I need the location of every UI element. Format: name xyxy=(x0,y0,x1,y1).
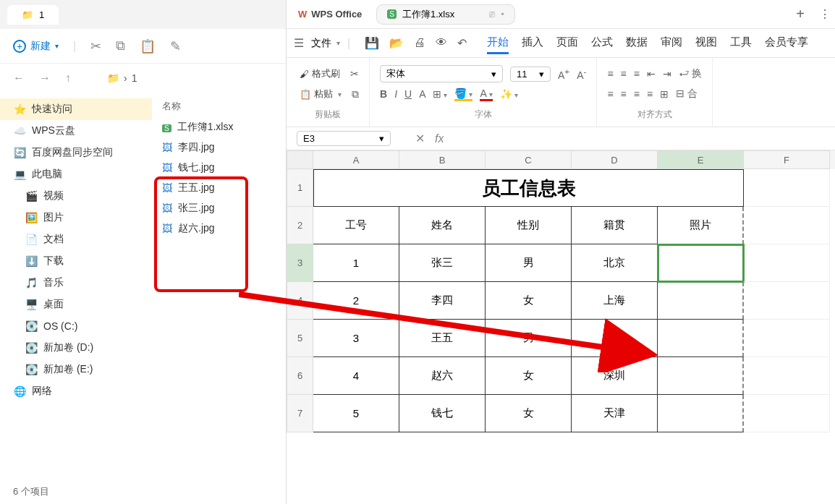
align-bottom-icon[interactable]: ≡ xyxy=(634,68,640,80)
cell[interactable]: 北京 xyxy=(572,244,658,282)
tab-会员专享[interactable]: 会员专享 xyxy=(765,33,808,54)
cancel-icon[interactable]: ✕ xyxy=(415,132,425,145)
fx-icon[interactable]: fx xyxy=(435,132,444,145)
wps-app-tab[interactable]: W WPS Office xyxy=(291,9,369,20)
sidebar-item-desktop[interactable]: 🖥️桌面 xyxy=(0,294,152,315)
row-header[interactable]: 5 xyxy=(287,320,313,357)
spreadsheet[interactable]: ABCDEF 1员工信息表2工号姓名性别籍贯照片31张三男北京42李四女上海53… xyxy=(287,150,835,432)
wrap-text-icon[interactable]: ⮐ 换 xyxy=(679,67,702,80)
tab-开始[interactable]: 开始 xyxy=(487,33,509,54)
sidebar-item-download[interactable]: ⬇️下载 xyxy=(0,250,152,272)
cell[interactable]: 男 xyxy=(486,244,572,282)
cell[interactable]: 工号 xyxy=(313,207,399,244)
sidebar-item-disk[interactable]: 💽新加卷 (D:) xyxy=(0,337,152,359)
cell[interactable] xyxy=(744,320,830,357)
cell[interactable] xyxy=(658,244,744,282)
breadcrumb-item[interactable]: 1 xyxy=(132,72,137,84)
col-header-D[interactable]: D xyxy=(572,150,658,169)
formula-input[interactable] xyxy=(444,133,835,144)
cell[interactable]: 2 xyxy=(313,282,399,320)
align-center-icon[interactable]: ≡ xyxy=(621,88,627,100)
format-painter-button[interactable]: 🖌 格式刷 xyxy=(297,66,343,82)
increase-indent-icon[interactable]: ⇥ xyxy=(663,68,671,80)
sidebar-item-sync[interactable]: 🔄百度网盘同步空间 xyxy=(0,142,152,163)
font-name-select[interactable]: 宋体▾ xyxy=(380,65,503,82)
cell[interactable]: 深圳 xyxy=(572,357,658,395)
cell[interactable]: 5 xyxy=(313,395,399,432)
document-tab[interactable]: S 工作簿1.xlsx ⎚ • xyxy=(376,4,514,25)
cell[interactable]: 籍贯 xyxy=(572,207,658,244)
tab-公式[interactable]: 公式 xyxy=(591,33,613,54)
file-menu[interactable]: 文件 xyxy=(311,37,340,50)
col-header-F[interactable]: F xyxy=(744,150,830,169)
row-header[interactable]: 7 xyxy=(287,395,313,432)
sidebar-item-disk[interactable]: 💽OS (C:) xyxy=(0,315,152,337)
title-cell[interactable]: 员工信息表 xyxy=(313,169,744,207)
sidebar-item-cloud[interactable]: ☁️WPS云盘 xyxy=(0,120,152,142)
font-color-icon[interactable]: A xyxy=(480,87,492,101)
select-all-corner[interactable] xyxy=(287,150,313,169)
row-header[interactable]: 3 xyxy=(287,244,313,282)
cell[interactable]: 1 xyxy=(313,244,399,282)
sidebar-item-network[interactable]: 🌐网络 xyxy=(0,380,152,402)
print-icon[interactable]: 🖨 xyxy=(414,36,425,50)
sidebar-item-image[interactable]: 🖼️图片 xyxy=(0,207,152,228)
font-size-select[interactable]: 11▾ xyxy=(510,67,551,82)
sidebar-item-doc[interactable]: 📄文档 xyxy=(0,228,152,250)
cell[interactable] xyxy=(744,357,830,395)
file-item[interactable]: 🖼王五.jpg xyxy=(152,178,286,198)
italic-icon[interactable]: I xyxy=(394,88,397,100)
cut-icon[interactable]: ✂ xyxy=(350,68,359,80)
col-header-C[interactable]: C xyxy=(486,150,572,169)
cell[interactable] xyxy=(658,320,744,357)
cell[interactable]: 性别 xyxy=(486,207,572,244)
cell[interactable]: 钱七 xyxy=(399,395,486,432)
explorer-tab[interactable]: 📁 1 xyxy=(7,5,59,25)
justify-icon[interactable]: ≡ xyxy=(647,88,653,100)
row-header[interactable]: 1 xyxy=(287,169,313,207)
preview-icon[interactable]: 👁 xyxy=(436,36,447,50)
col-header-A[interactable]: A xyxy=(313,150,399,169)
cell[interactable]: 赵六 xyxy=(399,357,486,395)
cell[interactable] xyxy=(744,244,830,282)
fill-color-icon[interactable]: 🪣 xyxy=(454,87,472,101)
undo-icon[interactable]: ↶ xyxy=(457,36,467,50)
font-effect-icon[interactable]: ✨ xyxy=(500,88,518,100)
cell[interactable] xyxy=(744,207,830,244)
merge-center-icon[interactable]: ⊟ 合 xyxy=(676,87,698,101)
new-button[interactable]: + 新建 ▾ xyxy=(13,40,59,53)
cell[interactable]: 王五 xyxy=(399,320,486,357)
cell[interactable]: 天津 xyxy=(572,395,658,432)
row-header[interactable]: 6 xyxy=(287,357,313,395)
border-icon[interactable]: ⊞ xyxy=(433,88,447,100)
cell[interactable]: 女 xyxy=(486,282,572,320)
cell[interactable] xyxy=(744,282,830,320)
cell[interactable]: 照片 xyxy=(658,207,744,244)
paste-icon[interactable]: 📋 xyxy=(140,38,156,54)
increase-font-icon[interactable]: A+ xyxy=(558,67,569,81)
cell[interactable]: 姓名 xyxy=(399,207,486,244)
align-top-icon[interactable]: ≡ xyxy=(607,68,613,80)
tab-插入[interactable]: 插入 xyxy=(522,33,543,54)
sidebar-item-video[interactable]: 🎬视频 xyxy=(0,185,152,207)
file-item[interactable]: 🖼赵六.jpg xyxy=(152,218,286,239)
align-right-icon[interactable]: ≡ xyxy=(634,88,640,100)
bold-icon[interactable]: B xyxy=(380,88,387,100)
sidebar-item-disk[interactable]: 💽新加卷 (E:) xyxy=(0,359,152,380)
cell[interactable]: 上海 xyxy=(572,282,658,320)
file-item[interactable]: 🖼钱七.jpg xyxy=(152,158,286,178)
cell[interactable] xyxy=(744,169,830,207)
cell[interactable] xyxy=(658,357,744,395)
sidebar-item-pc[interactable]: 💻此电脑 xyxy=(0,163,152,185)
cut-icon[interactable]: ✂ xyxy=(90,38,101,54)
up-icon[interactable]: ↑ xyxy=(65,72,71,85)
name-box[interactable]: E3▾ xyxy=(297,131,391,146)
cell[interactable]: 张三 xyxy=(399,244,486,282)
menu-icon[interactable]: ⋮ xyxy=(819,7,831,21)
rename-icon[interactable]: ✎ xyxy=(170,38,181,54)
merge-icon[interactable]: ⊞ xyxy=(660,88,669,100)
col-header-B[interactable]: B xyxy=(399,150,486,169)
row-header[interactable]: 2 xyxy=(287,207,313,244)
cell[interactable]: 3 xyxy=(313,320,399,357)
sidebar-item-music[interactable]: 🎵音乐 xyxy=(0,272,152,294)
